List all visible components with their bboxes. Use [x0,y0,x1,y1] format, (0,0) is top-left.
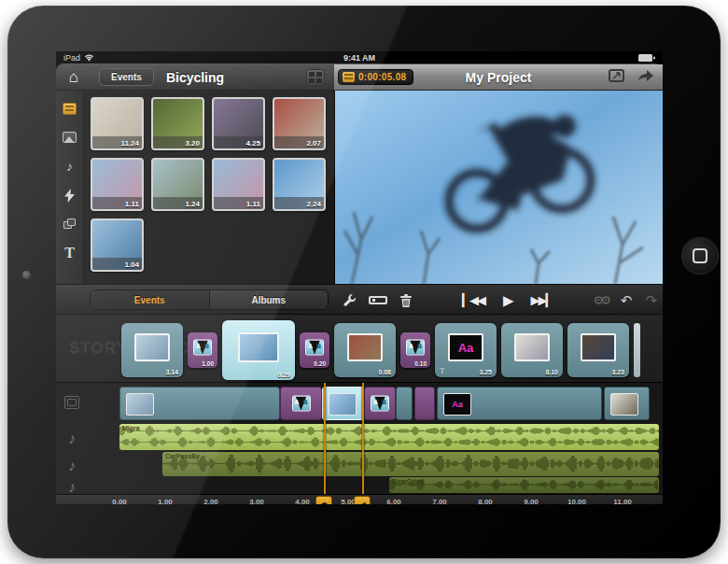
clip-duration: 1.24 [185,200,200,208]
share-icon[interactable] [637,68,655,83]
storyboard-clip[interactable]: 0.29 [222,320,295,380]
storyboard-clip[interactable]: 3.14 [121,323,183,377]
storyboard-transition[interactable]: AB0.10 [400,332,430,368]
library-clip[interactable]: 1.11 [91,158,144,211]
audio-clip[interactable]: Migra [119,424,659,450]
clip-thumbnail [238,332,279,362]
library-clip[interactable]: 3.20 [151,97,204,150]
storyboard-clip[interactable]: 3.23 [567,323,629,377]
timeline-clip[interactable] [322,387,364,420]
ruler-label: 3.00 [249,498,264,504]
music-icon[interactable]: ♪ [62,158,78,175]
ab-transition-icon: AB [406,339,425,355]
timeline-transition[interactable] [414,387,435,420]
timeline-clip[interactable] [604,387,650,420]
timeline-clip[interactable]: Aa [437,387,602,420]
storyboard-row: 3.14AB1.000.29AB0.200.08AB0.10TAa3.258.1… [121,320,640,380]
library-clip[interactable]: 4.25 [212,97,265,150]
clip-duration: 3.20 [185,139,200,148]
video-preview[interactable] [334,91,663,284]
library-clip[interactable]: 2.24 [273,158,326,211]
storyboard: STORYBOARD 3.14AB1.000.29AB0.200.08AB0.1… [56,315,663,383]
storyboard-transition[interactable]: AB1.00 [188,332,217,368]
storyboard-transition[interactable]: AB0.20 [300,332,329,368]
photos-icon[interactable] [62,129,78,146]
status-bar: iPad 9:41 AM [56,51,663,63]
audio-clip[interactable]: CarPassBy [162,452,659,476]
clip-duration: 3.25 [479,369,492,375]
audio-track: CarPassBy [56,452,663,476]
trim-handle[interactable]: ◀▶ [315,496,332,504]
library-header: ⌂ Events Bicycling [56,64,334,91]
timecode-chip: 0:00:05.08 [338,69,413,85]
audio-clip[interactable]: GearGrind [389,477,659,493]
titles-icon[interactable]: T [62,245,78,261]
library-grid: 11.243.204.252.071.111.241.112.241.04 [91,97,334,272]
library-clip[interactable]: 1.11 [212,158,265,211]
clock: 9:41 AM [56,53,663,63]
clip-duration: 1.11 [125,200,139,208]
home-button[interactable] [681,237,719,275]
ruler-label: 9.00 [524,498,539,504]
ruler-label: 0.00 [112,498,127,504]
timecode-film-icon [343,72,355,82]
clip-duration: 8.10 [545,369,558,375]
clip-duration: 0.08 [378,369,391,375]
library-clip[interactable]: 1.24 [151,158,204,211]
timeline-transition[interactable]: AB [364,387,396,420]
overlays-icon[interactable] [62,216,78,233]
trim-handle[interactable]: ◀ [354,496,371,504]
storyboard-title-clip[interactable]: TAa3.25 [435,323,497,377]
library-clip[interactable]: 2.07 [273,97,326,150]
clip-thumbnail [329,393,357,416]
tab-albums[interactable]: Albums [209,290,329,309]
ruler-label: 7.00 [432,498,447,504]
redo-icon[interactable]: ↷ [645,292,657,309]
ruler-label: 4.00 [295,498,310,504]
effects-icon[interactable] [62,187,78,204]
ab-transition-icon: AB [305,339,324,355]
wrench-icon[interactable] [336,293,364,307]
control-row: EventsAlbums ▎◀◀ ▶ ▶▶▎ [56,284,663,315]
timecode: 0:00:05.08 [358,72,406,82]
clip-duration: 2.24 [306,200,321,208]
trash-icon[interactable] [392,293,420,307]
clip-duration: 3.14 [165,369,178,375]
events-back-button[interactable]: Events [99,68,154,86]
title-thumbnail: Aa [443,393,471,416]
library-panel: 11.243.204.252.071.111.241.112.241.04 [84,91,334,284]
skip-forward-icon[interactable]: ▶▶▎ [531,293,553,307]
tab-events[interactable]: Events [91,290,209,309]
skip-back-icon[interactable]: ▎◀◀ [462,293,484,307]
clip-duration: 1.04 [124,261,139,269]
home-icon[interactable]: ⌂ [63,69,84,85]
audio-clip-label: Migra [122,425,140,431]
clip-thumbnail [514,333,550,361]
timeline-clip[interactable] [119,387,280,420]
clip-duration: 11.24 [120,139,139,148]
library-title: Bicycling [56,70,334,85]
app-window: ⌂ Events Bicycling 0:00:05.08 My Project [56,63,663,504]
razor-icon[interactable] [364,294,392,306]
trim-playhead-line[interactable] [362,383,364,494]
timeline-transition[interactable]: AB [280,387,322,420]
fullscreen-icon[interactable] [609,68,625,83]
timeline-clip[interactable] [396,387,413,420]
library-clip[interactable]: 1.04 [91,219,144,272]
trim-playhead-line[interactable] [324,383,326,494]
transition-duration: 0.10 [414,360,427,367]
transition-duration: 1.00 [202,360,214,367]
video-track: ABABAa [56,385,663,422]
settings-gears-icon[interactable]: ⚙⚙ [594,293,608,307]
media-clips-icon[interactable] [62,100,78,117]
grid-view-icon[interactable] [306,69,325,86]
screen: iPad 9:41 AM ⌂ Events Bicycling 0:00:05.… [56,51,663,504]
play-icon[interactable]: ▶ [503,292,512,309]
storyboard-clip[interactable]: 0.08 [334,323,396,377]
audio-track: Migra [56,424,663,450]
time-ruler[interactable]: 0.001.002.003.004.005.006.007.008.009.00… [56,494,663,504]
undo-icon[interactable]: ↶ [621,292,633,309]
library-clip[interactable]: 11.24 [91,97,144,150]
clip-duration: 2.07 [306,139,321,148]
storyboard-clip[interactable]: 8.10 [501,323,563,377]
